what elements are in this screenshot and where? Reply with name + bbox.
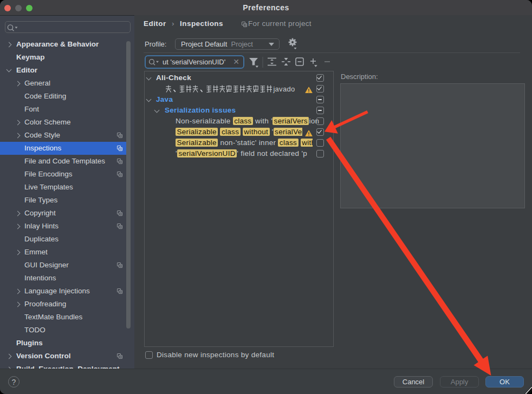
svg-text:javado: javado bbox=[273, 85, 295, 93]
